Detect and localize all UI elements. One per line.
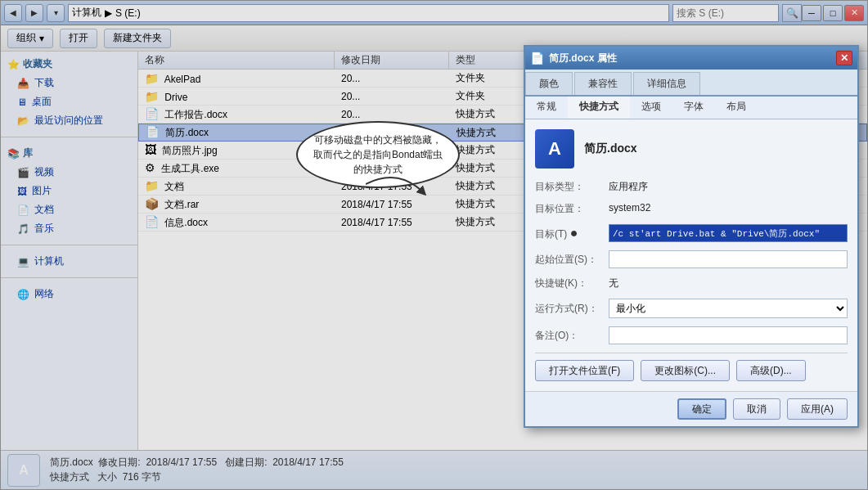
prop-target-field: 目标(T) ● bbox=[535, 224, 848, 242]
annotation-arrow bbox=[366, 168, 431, 200]
tab-options[interactable]: 选项 bbox=[630, 97, 672, 119]
run-mode-select[interactable]: 最小化 bbox=[609, 299, 848, 318]
prop-run-mode-label: 运行方式(R)： bbox=[535, 302, 609, 316]
dialog-title-text: 简历.docx 属性 bbox=[549, 52, 617, 65]
dialog-overlay: 📄 简历.docx 属性 ✕ 颜色 兼容性 详细信息 常规 快捷方式 选项 字体… bbox=[0, 0, 868, 490]
file-preview-icon: A bbox=[535, 129, 574, 169]
open-location-button[interactable]: 打开文件位置(F) bbox=[535, 360, 634, 381]
comment-input[interactable] bbox=[609, 326, 848, 344]
prop-target-location: 目标位置： system32 bbox=[535, 202, 848, 216]
prop-target-type-label: 目标类型： bbox=[535, 180, 609, 194]
prop-comment: 备注(O)： bbox=[535, 326, 848, 344]
prop-start-location: 起始位置(S)： bbox=[535, 250, 848, 268]
prop-shortkey-value: 无 bbox=[609, 276, 618, 290]
prop-run-mode: 运行方式(R)： 最小化 bbox=[535, 299, 848, 318]
properties-dialog: 📄 简历.docx 属性 ✕ 颜色 兼容性 详细信息 常规 快捷方式 选项 字体… bbox=[524, 45, 859, 428]
advanced-button[interactable]: 高级(D)... bbox=[736, 360, 806, 381]
start-location-input[interactable] bbox=[609, 250, 848, 268]
dialog-close-button[interactable]: ✕ bbox=[836, 51, 852, 65]
dialog-separator bbox=[535, 353, 848, 353]
target-input[interactable] bbox=[609, 224, 848, 242]
tab-color[interactable]: 颜色 bbox=[525, 72, 573, 95]
prop-shortkey: 快捷键(K)： 无 bbox=[535, 276, 848, 290]
apply-button[interactable]: 应用(A) bbox=[787, 398, 848, 420]
ok-button[interactable]: 确定 bbox=[677, 398, 726, 420]
target-label-text: 目标(T) bbox=[535, 228, 567, 240]
dialog-tabs-row2: 常规 快捷方式 选项 字体 布局 bbox=[525, 97, 857, 119]
dialog-body: A 简历.docx 目标类型： 应用程序 目标位置： system32 目标(T… bbox=[525, 119, 857, 391]
prop-target-location-value: system32 bbox=[609, 202, 650, 214]
prop-target-location-label: 目标位置： bbox=[535, 202, 609, 216]
dialog-title-icon: 📄 bbox=[530, 52, 544, 65]
prop-target-field-label: 目标(T) ● bbox=[535, 226, 609, 241]
dialog-action-buttons: 打开文件位置(F) 更改图标(C)... 高级(D)... bbox=[535, 360, 848, 381]
tab-general[interactable]: 常规 bbox=[525, 97, 568, 119]
tab-font[interactable]: 字体 bbox=[672, 97, 715, 119]
file-preview-name: 简历.docx bbox=[584, 142, 637, 156]
tab-details[interactable]: 详细信息 bbox=[633, 72, 700, 95]
prop-start-location-label: 起始位置(S)： bbox=[535, 253, 609, 267]
tab-compatibility[interactable]: 兼容性 bbox=[574, 72, 632, 95]
dialog-tabs-row1: 颜色 兼容性 详细信息 bbox=[525, 70, 857, 97]
prop-target-type-value: 应用程序 bbox=[609, 180, 648, 194]
prop-shortkey-label: 快捷键(K)： bbox=[535, 276, 609, 290]
prop-target-type: 目标类型： 应用程序 bbox=[535, 180, 848, 194]
cancel-button[interactable]: 取消 bbox=[733, 398, 780, 420]
tab-layout[interactable]: 布局 bbox=[715, 97, 758, 119]
tab-shortcut[interactable]: 快捷方式 bbox=[568, 97, 630, 119]
dialog-title-bar: 📄 简历.docx 属性 ✕ bbox=[525, 47, 857, 70]
change-icon-button[interactable]: 更改图标(C)... bbox=[641, 360, 730, 381]
prop-comment-label: 备注(O)： bbox=[535, 329, 609, 343]
file-preview-row: A 简历.docx bbox=[535, 129, 848, 169]
dialog-footer: 确定 取消 应用(A) bbox=[525, 391, 857, 426]
target-arrow-icon: ● bbox=[570, 226, 578, 240]
